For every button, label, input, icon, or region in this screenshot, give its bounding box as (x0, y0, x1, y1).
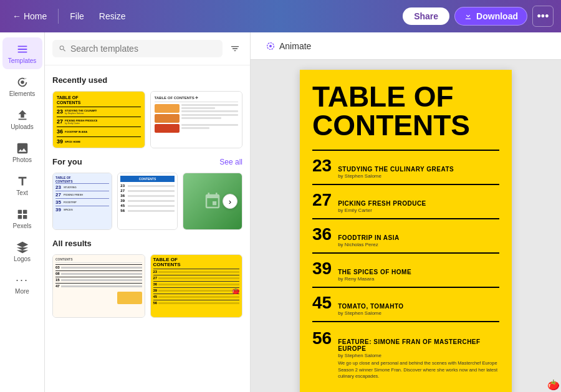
sidebar-item-photos[interactable]: Photos (2, 136, 42, 168)
toc-num-4: 39 (312, 259, 332, 279)
sidebar-item-elements[interactable]: Elements (2, 70, 42, 102)
toc-entry-3: 36 FOODTRIP IN ASIA by Nicholas Perez (312, 218, 499, 252)
toc-entry-6: 56 FEATURE: SIMONE FRAN OF MASTERCHEF EU… (312, 321, 499, 386)
svg-rect-2 (22, 210, 26, 214)
tomato-svg (406, 390, 499, 393)
for-you-title: For you (52, 157, 82, 166)
download-button[interactable]: Download (454, 7, 527, 26)
svg-point-0 (21, 80, 24, 84)
toc-page-title: TABLE OF CONTENTS (312, 82, 499, 140)
toc-author-6: by Stephen Salome (338, 353, 499, 358)
toc-author-5: by Stephen Salome (338, 310, 403, 316)
top-navigation: ← Home File Resize Share Download ••• (0, 0, 561, 32)
canvas-page: ⧉ + TABLE OF CONTENTS 23 STUDYING THE CU… (300, 70, 512, 392)
templates-scroll[interactable]: Recently used TABLE OFCONTENTS 23STUDYIN… (45, 65, 250, 392)
all-results-row: CONTENTS 03 08 15 47 TABLE OFCONTENTS 23 (52, 254, 242, 318)
all-results-section-header: All results (52, 239, 242, 248)
sidebar-item-text[interactable]: Text (2, 170, 42, 201)
icon-sidebar: Templates Elements Uploads Photos Text P… (0, 32, 45, 392)
svg-point-5 (269, 45, 272, 47)
file-menu-button[interactable]: File (65, 9, 89, 24)
template-thumb-2[interactable]: TABLE OF CONTENTS ✈ (150, 91, 243, 148)
toc-num-5: 45 (312, 293, 332, 313)
toc-desc-6: We go up close and personal and behind t… (338, 360, 499, 380)
for-you-thumb-1[interactable]: TABLE OF CONTENTS 23STUDYING 27PICKING F… (52, 173, 112, 230)
svg-rect-4 (22, 215, 26, 219)
for-you-section-header: For you See all (52, 157, 242, 166)
share-button[interactable]: Share (403, 7, 449, 25)
sidebar-item-uploads[interactable]: Uploads (2, 103, 42, 135)
filter-button[interactable] (228, 41, 242, 56)
sidebar-item-pexels[interactable]: Pexels (2, 203, 42, 234)
template-thumb-1[interactable]: TABLE OFCONTENTS 23STUDYING THE CULINARY… (52, 91, 145, 148)
for-you-thumb-2[interactable]: CONTENTS 23 27 36 39 45 56 (117, 173, 177, 230)
toc-author-3: by Nicholas Perez (338, 242, 400, 247)
toc-entry-1: 23 STUDYING THE CULINARY GREATS by Steph… (312, 150, 499, 184)
search-input[interactable] (70, 44, 216, 54)
toc-entry-4: 39 THE SPICES OF HOME by Reny Masara (312, 252, 499, 287)
toc-title-5: TOMATO, TOMAHTO (338, 303, 403, 310)
toc-author-2: by Emily Carter (338, 208, 426, 213)
text-icon (16, 174, 29, 188)
more-dots-icon: ··· (16, 274, 29, 287)
download-icon (464, 12, 472, 21)
all-results-section: CONTENTS 03 08 15 47 TABLE OFCONTENTS 23 (52, 254, 242, 318)
search-icon (59, 44, 67, 53)
toc-num-3: 36 (312, 224, 332, 244)
templates-icon (16, 42, 29, 56)
toc-author-4: by Reny Masara (338, 276, 411, 282)
templates-panel: Recently used TABLE OFCONTENTS 23STUDYIN… (45, 32, 251, 392)
nav-divider (58, 9, 59, 24)
recently-used-title: Recently used (52, 75, 242, 85)
resize-button[interactable]: Resize (94, 9, 131, 24)
panel-search-bar (45, 32, 250, 65)
toc-title-3: FOODTRIP IN ASIA (338, 234, 400, 241)
logos-icon (16, 241, 29, 254)
toc-entry-2: 27 PICKING FRESH PRODUCE by Emily Carter (312, 184, 499, 218)
green-thumb-icon (203, 192, 222, 211)
recently-used-row: TABLE OFCONTENTS 23STUDYING THE CULINARY… (52, 91, 242, 148)
uploads-icon (16, 108, 29, 122)
toc-title-6: FEATURE: SIMONE FRAN OF MASTERCHEF EUROP… (338, 338, 499, 352)
tomato-decoration (312, 386, 499, 393)
main-layout: Templates Elements Uploads Photos Text P… (0, 32, 561, 392)
svg-rect-1 (17, 210, 21, 214)
elements-icon (16, 75, 29, 89)
pexels-icon (16, 208, 29, 221)
search-box (52, 40, 223, 57)
toc-title-1: STUDYING THE CULINARY GREATS (338, 166, 454, 173)
for-you-row: TABLE OF CONTENTS 23STUDYING 27PICKING F… (52, 173, 242, 230)
see-all-button[interactable]: See all (219, 158, 242, 166)
toc-title-4: THE SPICES OF HOME (338, 269, 411, 275)
scroll-right-button[interactable]: › (223, 194, 237, 209)
toc-entry-5: 45 TOMATO, TOMAHTO by Stephen Salome (312, 287, 499, 321)
sidebar-item-more[interactable]: ··· More (2, 269, 42, 300)
sidebar-item-templates[interactable]: Templates (2, 37, 42, 69)
canvas-scroll[interactable]: ⧉ + TABLE OF CONTENTS 23 STUDYING THE CU… (251, 60, 561, 392)
more-options-button[interactable]: ••• (532, 6, 554, 27)
canvas-toolbar: Animate (251, 32, 561, 60)
all-results-title: All results (52, 239, 92, 248)
animate-button[interactable]: Animate (261, 39, 316, 54)
animate-icon (266, 41, 276, 51)
toc-num-1: 23 (312, 156, 332, 176)
photos-icon (16, 141, 29, 155)
toc-title-2: PICKING FRESH PRODUCE (338, 200, 426, 207)
toc-num-6: 56 (312, 328, 332, 348)
toc-num-2: 27 (312, 190, 332, 210)
toc-author-1: by Stephen Salome (338, 173, 454, 179)
result-thumb-2[interactable]: TABLE OFCONTENTS 23 27 36 39 45 56 🍅 (150, 254, 243, 318)
result-thumb-1[interactable]: CONTENTS 03 08 15 47 (52, 254, 145, 318)
filter-icon (230, 44, 240, 54)
home-button[interactable]: ← Home (7, 9, 52, 24)
canvas-area: Animate ⧉ + TABLE OF CONTENTS 23 STUDY (251, 32, 561, 392)
toc-template-page: TABLE OF CONTENTS 23 STUDYING THE CULINA… (300, 70, 512, 392)
svg-rect-3 (17, 215, 21, 219)
sidebar-item-logos[interactable]: Logos (2, 236, 42, 267)
